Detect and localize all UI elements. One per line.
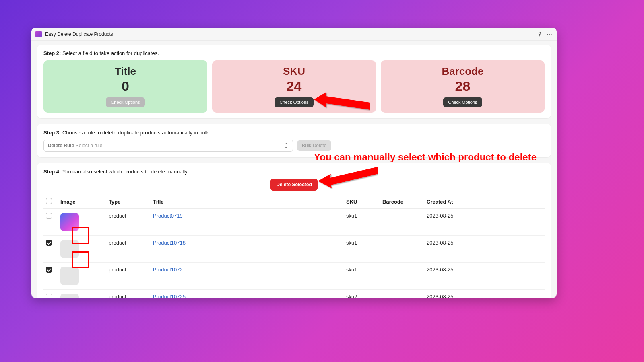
- table-row: productProduct10725sku22023-08-25: [43, 290, 545, 298]
- check-options-title-button[interactable]: Check Options: [106, 97, 144, 107]
- step4-label: Step 4: You can also select which produc…: [43, 169, 545, 175]
- row-created: 2023-08-25: [424, 236, 545, 263]
- field-card-sku: SKU 24 Check Options: [212, 60, 376, 113]
- check-options-barcode-button[interactable]: Check Options: [443, 97, 482, 107]
- svg-point-0: [547, 33, 548, 34]
- row-type: product: [106, 263, 151, 290]
- row-sku: sku1: [344, 209, 380, 236]
- product-title-link[interactable]: Product10718: [153, 240, 186, 246]
- row-checkbox[interactable]: [46, 240, 52, 246]
- field-cards-row: Title 0 Check Options SKU 24 Check Optio…: [43, 60, 545, 113]
- row-type: product: [106, 209, 151, 236]
- row-barcode: [380, 290, 424, 298]
- table-row: productProduct10718sku12023-08-25: [43, 236, 545, 263]
- row-created: 2023-08-25: [424, 209, 545, 236]
- product-thumbnail: [60, 294, 79, 298]
- annotation-text: You can manually select which product to…: [314, 152, 537, 163]
- row-sku: sku2: [344, 290, 380, 298]
- field-card-barcode-label: Barcode: [385, 65, 541, 78]
- row-barcode: [380, 209, 424, 236]
- delete-rule-select[interactable]: Delete Rule Select a rule: [43, 140, 293, 152]
- app-window: Easy Delete Duplicate Products Step 2: S…: [31, 28, 557, 298]
- check-options-sku-button[interactable]: Check Options: [275, 97, 313, 107]
- field-card-title-label: Title: [47, 65, 203, 78]
- row-barcode: [380, 236, 424, 263]
- field-card-sku-label: SKU: [216, 65, 372, 78]
- col-header-type: Type: [106, 195, 151, 209]
- col-header-title: Title: [151, 195, 344, 209]
- field-card-barcode-count: 28: [385, 78, 541, 94]
- field-card-barcode: Barcode 28 Check Options: [381, 60, 545, 113]
- row-type: product: [106, 290, 151, 298]
- table-row: productProduct0719sku12023-08-25: [43, 209, 545, 236]
- col-header-barcode: Barcode: [380, 195, 424, 209]
- field-card-title: Title 0 Check Options: [43, 60, 207, 113]
- product-title-link[interactable]: Product1072: [153, 267, 183, 273]
- chevron-up-down-icon: [284, 143, 289, 148]
- step2-label: Step 2: Select a field to take action fo…: [43, 50, 545, 56]
- col-header-image: Image: [58, 195, 106, 209]
- pin-icon[interactable]: [537, 31, 543, 37]
- row-checkbox[interactable]: [46, 213, 52, 219]
- row-barcode: [380, 263, 424, 290]
- products-table: Image Type Title SKU Barcode Created At …: [43, 195, 545, 298]
- more-icon[interactable]: [546, 31, 553, 37]
- field-card-title-count: 0: [47, 78, 203, 94]
- col-header-created: Created At: [424, 195, 545, 209]
- row-checkbox[interactable]: [46, 294, 52, 298]
- step2-panel: Step 2: Select a field to take action fo…: [37, 45, 551, 118]
- delete-selected-button[interactable]: Delete Selected: [270, 179, 318, 191]
- svg-point-2: [551, 33, 552, 34]
- col-header-sku: SKU: [344, 195, 380, 209]
- row-sku: sku1: [344, 263, 380, 290]
- row-created: 2023-08-25: [424, 263, 545, 290]
- step3-label: Step 3: Choose a rule to delete duplicat…: [43, 130, 545, 136]
- field-card-sku-count: 24: [216, 78, 372, 94]
- product-thumbnail: [60, 267, 79, 285]
- svg-point-1: [549, 33, 550, 34]
- row-sku: sku1: [344, 236, 380, 263]
- product-thumbnail: [60, 240, 79, 258]
- bulk-delete-button[interactable]: Bulk Delete: [297, 140, 331, 151]
- titlebar: Easy Delete Duplicate Products: [31, 28, 557, 41]
- step4-panel: Step 4: You can also select which produc…: [37, 163, 551, 298]
- content-area: Step 2: Select a field to take action fo…: [31, 41, 557, 298]
- select-all-checkbox[interactable]: [46, 198, 52, 204]
- table-row: productProduct1072sku12023-08-25: [43, 263, 545, 290]
- product-title-link[interactable]: Product10725: [153, 294, 186, 298]
- row-created: 2023-08-25: [424, 290, 545, 298]
- app-icon: [35, 31, 42, 37]
- row-checkbox[interactable]: [46, 267, 52, 273]
- product-title-link[interactable]: Product0719: [153, 213, 183, 219]
- row-type: product: [106, 236, 151, 263]
- product-thumbnail: [60, 213, 79, 231]
- app-title: Easy Delete Duplicate Products: [45, 31, 113, 37]
